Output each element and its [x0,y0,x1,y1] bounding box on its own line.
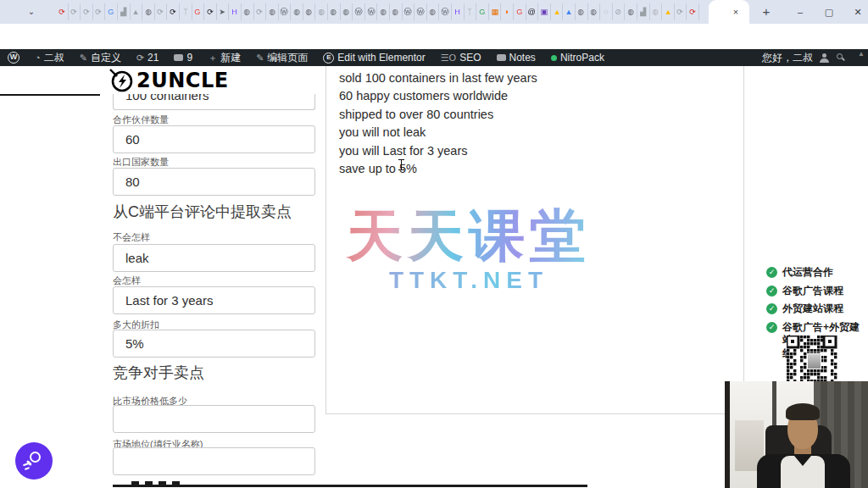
comments-menu[interactable]: 9 [166,49,200,66]
wordpress-logo-icon: W [8,52,19,64]
globe-icon[interactable]: ◍ [328,3,341,20]
active-tab[interactable]: × [709,0,749,24]
google-ads-icon[interactable]: ▲ [551,3,564,20]
globe-icon[interactable]: ◍ [588,3,601,20]
hostinger-icon[interactable]: H [452,3,465,20]
search-icon[interactable] [836,53,846,63]
wp-logo-menu[interactable]: W [0,49,27,66]
speed-search-launcher-button[interactable] [15,442,53,480]
purple-app-icon[interactable]: ▣ [538,3,551,20]
greeting-text[interactable]: 您好，二叔 [762,51,813,65]
user-icon[interactable] [820,53,829,63]
notes-menu[interactable]: Notes [489,49,543,66]
google-icon[interactable]: G [105,3,118,20]
globe-icon[interactable]: ◍ [341,3,353,20]
notes-icon [497,54,506,61]
reload-icon[interactable]: ⟳ [93,3,106,20]
price-lower-field[interactable] [113,405,315,433]
window-close-button[interactable]: ✕ [844,0,868,24]
brush-icon: ✎ [80,53,87,64]
reload-icon[interactable]: ⟳ [675,3,687,20]
at-icon[interactable]: @ [526,3,539,20]
wordpress-icon[interactable]: Ⓦ [365,3,378,20]
reload-icon[interactable]: ⟳ [254,3,267,20]
globe-icon[interactable]: ◍ [625,3,637,20]
wont-happen-field[interactable] [113,244,315,272]
reload-icon[interactable]: ⟳ [81,3,93,20]
updates-menu[interactable]: ⟳21 [129,49,167,66]
wordpress-icon[interactable]: Ⓦ [439,3,452,20]
reload-dark-icon[interactable]: ⟳ [167,3,180,20]
admin-bar-account: 您好，二叔 [762,49,846,66]
export-countries-field[interactable] [113,168,315,196]
tab-close-icon[interactable]: × [729,5,743,19]
seo-menu[interactable]: ☰OSEO [433,49,489,66]
wordpress-icon[interactable]: Ⓦ [353,3,365,20]
field-label: 出口国家数量 [113,156,169,169]
hostinger-icon[interactable]: H [229,3,242,20]
firefox-icon[interactable]: ◗ [501,3,514,20]
google-icon[interactable]: G [476,3,489,20]
globe-icon[interactable]: ◍ [377,3,390,20]
will-happen-field[interactable] [113,286,315,314]
globe-icon[interactable]: ◍ [315,3,328,20]
site-menu[interactable]: ◔二叔 [27,49,72,66]
section-heading: 从C端平台评论中提取卖点 [113,202,292,222]
webcam-overlay[interactable] [725,381,868,488]
adsense-icon[interactable]: ▲ [131,3,143,20]
elementor-icon: E [323,53,334,64]
analytics-icon[interactable]: ▟ [118,3,131,20]
output-line: 60 happy customers worldwide [339,89,743,103]
globe-icon[interactable]: ◍ [390,3,403,20]
reload-icon[interactable]: ⟳ [155,3,168,20]
wordpress-icon[interactable]: Ⓦ [403,3,415,20]
cutoff-section [113,481,587,488]
analytics-icon[interactable]: ▟ [637,3,650,20]
globe-icon[interactable]: ◍ [266,3,279,20]
bolt-logo-icon [108,68,134,93]
reload-icon[interactable]: ⟳ [69,3,81,20]
reload-red-icon[interactable]: ⟳ [687,3,699,20]
wordpress-icon[interactable]: Ⓦ [415,3,427,20]
globe-icon[interactable]: ◍ [303,3,316,20]
site-logo[interactable]: 2UNCLE [108,68,229,93]
tab-search-chevron-icon[interactable]: ⌄ [24,5,39,19]
market-position-field[interactable] [113,447,315,475]
new-tab-button[interactable]: + [758,3,775,20]
scrollbar-up-icon[interactable]: ▲ [858,50,865,58]
new-content-menu[interactable]: ＋新建 [200,49,248,66]
elementor-menu[interactable]: EEdit with Elementor [315,49,432,66]
reload-red-icon[interactable]: ⟳ [56,3,69,20]
globe-icon[interactable]: ◍ [291,3,303,20]
window-minimize-button[interactable]: – [787,0,814,24]
edit-page-menu[interactable]: ✎编辑页面 [248,49,315,66]
promo-label: 外贸建站课程 [782,302,843,316]
google-ads-icon[interactable]: ▲ [662,3,675,20]
nitropack-menu[interactable]: NitroPack [543,49,612,66]
check-icon: ✓ [766,303,777,314]
window-maximize-button[interactable]: ▢ [815,0,843,24]
pin-icon[interactable]: ➤ [217,3,230,20]
globe-icon[interactable]: ◍ [142,3,155,20]
photo-icon[interactable]: ▦ [489,3,502,20]
globe-icon[interactable]: ◍ [242,3,254,20]
antenna-icon[interactable]: ᛉ [465,3,477,20]
antenna-icon[interactable]: ᛉ [180,3,192,20]
partners-count-field[interactable] [113,125,315,153]
dim-circle-icon[interactable]: ◌ [600,3,613,20]
google-icon[interactable]: G [192,3,205,20]
globe-icon[interactable]: ◍ [576,3,588,20]
globe-icon[interactable]: ◍ [427,3,440,20]
reload-dark-icon[interactable]: ⟳ [204,3,217,20]
logo-area: 2UNCLE [100,66,322,94]
google-ads-icon[interactable]: ▲ [563,3,576,20]
customize-menu[interactable]: ✎自定义 [72,49,129,66]
gray-circle-icon[interactable]: ◍ [650,3,663,20]
logo-text: 2UNCLE [136,69,229,92]
blocked-icon[interactable]: ⊘ [613,3,626,20]
google-red-icon[interactable]: G [514,3,526,20]
output-panel[interactable]: sold 100 containers in last few years60 … [326,66,744,414]
discount-field[interactable] [113,330,315,358]
gauge-icon: ◔ [35,53,41,63]
wordpress-icon[interactable]: Ⓦ [279,3,292,20]
